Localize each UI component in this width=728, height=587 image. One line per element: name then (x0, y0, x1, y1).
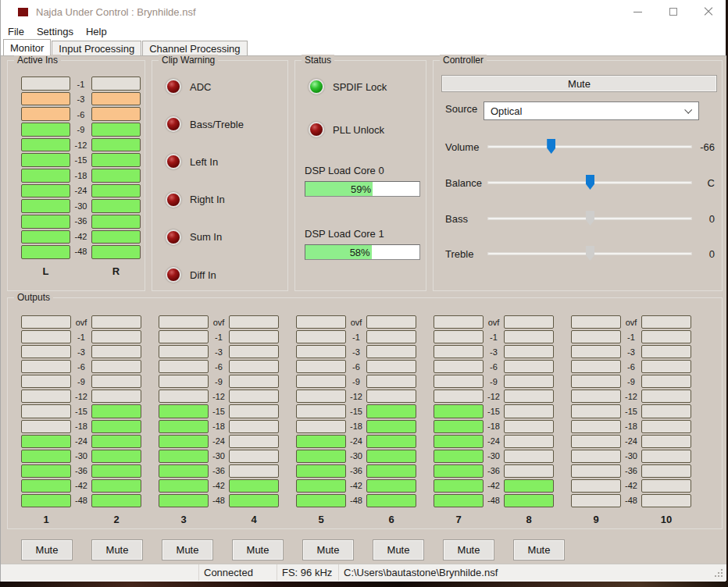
status-led-label: SPDIF Lock (333, 81, 387, 93)
scale-label: -48 (70, 244, 91, 260)
meter-segment (91, 330, 141, 343)
slider-track-bass[interactable] (487, 217, 692, 220)
scale-label: -36 (71, 463, 91, 478)
status-led-row-spdif-lock: SPDIF Lock (309, 78, 387, 95)
source-select[interactable]: Optical (484, 101, 699, 120)
meter-segment (434, 360, 484, 373)
slider-thumb-balance[interactable] (586, 175, 594, 190)
scale-label: -9 (621, 375, 641, 390)
scale-label: ovf (346, 315, 366, 330)
channel-mute-button-3[interactable]: Mute (162, 539, 213, 560)
meter-segment (296, 375, 346, 388)
channel-mute-button-7[interactable]: Mute (443, 539, 494, 560)
meter-segment (571, 494, 621, 507)
meter-segment (21, 464, 71, 478)
scale-label: -12 (484, 390, 504, 404)
scale-label: -12 (209, 390, 229, 404)
slider-thumb-treble[interactable] (586, 246, 594, 261)
meter-segment (91, 76, 141, 91)
meter-segment (21, 420, 71, 433)
meter-segment (229, 494, 279, 507)
statusbar-blank-panel (1, 564, 198, 581)
meter-segment (434, 464, 484, 478)
channel-mute-button-1[interactable]: Mute (21, 539, 73, 560)
slider-track-balance[interactable] (487, 181, 692, 184)
channel-mute-button-8[interactable]: Mute (513, 539, 565, 560)
menu-help[interactable]: Help (80, 23, 113, 39)
slider-label: Bass (445, 213, 468, 225)
meter-segment (434, 390, 484, 403)
meter-segment (229, 330, 279, 343)
slider-thumb-volume[interactable] (547, 139, 555, 154)
slider-track-volume[interactable] (487, 145, 692, 148)
channel-mute-button-4[interactable]: Mute (232, 539, 284, 560)
meter-segment (296, 390, 346, 403)
clip-led-label: Sum In (190, 231, 222, 243)
output-meter-4 (229, 315, 279, 507)
status-group: Status SPDIF LockPLL UnlockDSP Load Core… (294, 60, 426, 291)
outputs-meters: 1ovf-1-3-6-9-12-15-18-24-30-36-42-4823ov… (21, 315, 691, 525)
scale-label: -15 (70, 153, 91, 169)
meter-segment (91, 123, 141, 137)
tab-input-processing[interactable]: Input Processing (52, 41, 141, 55)
scale-label: -6 (346, 360, 366, 375)
close-button[interactable] (691, 0, 726, 23)
scale-label: ovf (621, 315, 641, 330)
slider-track-treble[interactable] (487, 252, 692, 255)
scale-label: -6 (209, 360, 229, 375)
resize-grip[interactable] (715, 569, 724, 578)
menu-file[interactable]: File (2, 23, 30, 39)
tab-channel-processing[interactable]: Channel Processing (142, 41, 247, 55)
meter-segment (434, 479, 484, 493)
scale-label: -42 (621, 478, 641, 493)
meter-segment (21, 435, 71, 448)
meter-segment (434, 435, 484, 448)
meter-segment (159, 390, 209, 403)
scale-label: -15 (209, 404, 229, 419)
channel-mute-button-5[interactable]: Mute (302, 539, 354, 560)
scale-label: -3 (70, 92, 91, 108)
channel-mute-button-2[interactable]: Mute (91, 539, 143, 560)
meter-segment (229, 345, 279, 358)
meter-segment (504, 420, 554, 433)
output-meter-5 (296, 315, 346, 507)
scale-label: -42 (209, 478, 229, 493)
meter-segment (21, 169, 70, 183)
master-mute-button[interactable]: Mute (441, 75, 717, 92)
meter-segment (21, 245, 70, 259)
meter-segment (504, 330, 554, 343)
meter-segment (366, 494, 416, 507)
meter-segment (641, 450, 691, 463)
slider-value-balance: C (691, 177, 715, 189)
led-red-icon (309, 122, 324, 137)
scale-label: -24 (209, 433, 229, 448)
minimize-button[interactable] (620, 0, 655, 23)
meter-segment (159, 375, 209, 388)
scale-label: -24 (346, 433, 366, 448)
scale-label: -6 (484, 360, 504, 375)
maximize-button[interactable] (655, 0, 691, 23)
meter-segment (571, 479, 621, 493)
channel-mute-button-6[interactable]: Mute (373, 539, 424, 560)
meter-segment (504, 435, 554, 448)
meter-segment (159, 404, 209, 418)
slider-row-balance: BalanceC (434, 175, 722, 190)
output-channel-10: 10 (641, 315, 691, 525)
menu-bar: FileSettingsHelp (1, 23, 726, 39)
output-channel-6: 6 (366, 315, 416, 525)
led-red-icon (166, 154, 181, 169)
meter-scale: ovf-1-3-6-9-12-15-18-24-30-36-42-48 (621, 315, 641, 507)
meter-segment (21, 494, 71, 507)
tab-monitor[interactable]: Monitor (3, 39, 51, 55)
meter-segment (229, 315, 279, 329)
meter-segment (296, 435, 346, 448)
meter-segment (366, 315, 416, 329)
menu-settings[interactable]: Settings (30, 23, 80, 39)
clip-led-row-diff-in: Diff In (166, 266, 216, 283)
slider-thumb-bass[interactable] (586, 211, 594, 226)
meter-segment (21, 123, 70, 137)
scale-label: ovf (71, 315, 91, 330)
scale-label: ovf (484, 315, 504, 330)
meter-segment (21, 153, 70, 167)
meter-segment (91, 404, 141, 418)
